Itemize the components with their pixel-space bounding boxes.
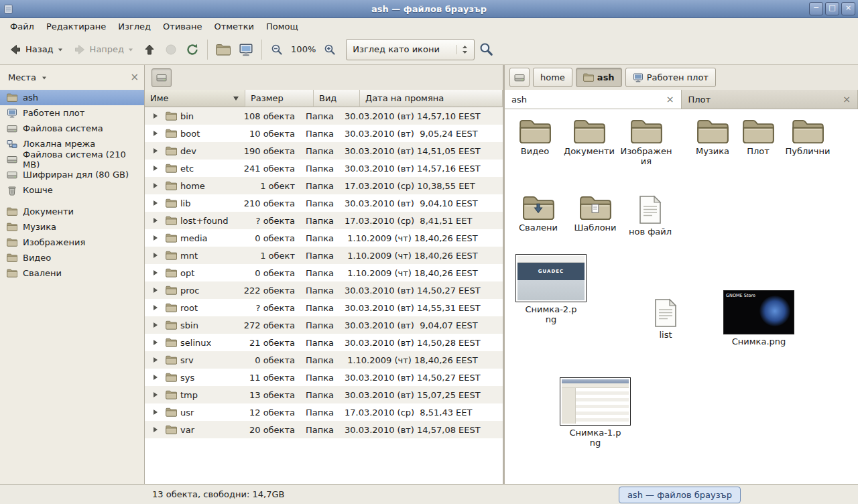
places-item-6[interactable]: Кошче <box>0 182 144 198</box>
icon-item-11[interactable]: GNOME StoreСнимка.png <box>722 290 796 347</box>
expander-icon[interactable] <box>149 340 162 345</box>
file-row-dev[interactable]: dev190 обектаПапка30.03.2010 (вт) 14,51,… <box>145 142 503 160</box>
view-mode-select[interactable]: Изглед като икони <box>346 39 475 60</box>
file-row-srv[interactable]: srv0 обектаПапка 1.10.2009 (чт) 18,40,26… <box>145 351 503 369</box>
expander-icon[interactable] <box>149 166 162 171</box>
column-header-type[interactable]: Вид <box>314 90 360 107</box>
expander-icon[interactable] <box>149 253 162 258</box>
icon-item-0[interactable]: Видео <box>510 119 560 157</box>
sidebar-mode-select[interactable]: Места <box>5 71 50 84</box>
file-row-root[interactable]: root? обектаПапка30.03.2010 (вт) 14,55,3… <box>145 299 503 316</box>
expander-icon[interactable] <box>149 113 162 119</box>
file-row-proc[interactable]: proc222 обектаПапка30.03.2010 (вт) 14,50… <box>145 281 503 299</box>
icon-item-12[interactable]: Снимка-1.png <box>560 377 631 448</box>
column-header-size[interactable]: Размер <box>245 90 314 107</box>
reload-button[interactable] <box>182 40 203 59</box>
expander-icon[interactable] <box>149 270 162 275</box>
expander-icon[interactable] <box>149 305 162 310</box>
forward-button[interactable]: Напред <box>68 40 139 59</box>
tab-plot[interactable]: Плот× <box>682 90 858 109</box>
places-item-0[interactable]: ash <box>0 90 144 105</box>
tab-ash[interactable]: ash× <box>505 90 682 109</box>
file-row-selinux[interactable]: selinux21 обектаПапка30.03.2010 (вт) 14,… <box>145 334 503 351</box>
column-header-date[interactable]: Дата на промяна <box>360 90 503 107</box>
file-row-lost+found[interactable]: lost+found? обектаПапка17.03.2010 (ср) 8… <box>145 212 503 229</box>
expander-icon[interactable] <box>149 375 162 380</box>
column-header-name[interactable]: Име <box>145 90 245 107</box>
places-item-1[interactable]: Работен плот <box>0 105 144 121</box>
expander-icon[interactable] <box>149 392 162 397</box>
places-item-4[interactable]: Файлова система (210 MB) <box>0 151 144 167</box>
titlebar[interactable]: ash — файлов браузър −□× <box>0 0 858 18</box>
menu-help[interactable]: Помощ <box>260 19 304 34</box>
breadcrumb-desktop[interactable]: Работен плот <box>625 68 716 87</box>
breadcrumb-filesystem[interactable] <box>509 68 530 87</box>
tab-close-icon[interactable]: × <box>666 94 674 104</box>
icon-item-2[interactable]: Изображения <box>617 119 675 166</box>
file-row-var[interactable]: var20 обектаПапка30.03.2010 (вт) 14,57,0… <box>145 421 503 438</box>
computer-button[interactable] <box>235 40 257 60</box>
icon-item-3[interactable]: Музика <box>688 119 737 157</box>
icon-item-1[interactable]: Документи <box>562 119 616 157</box>
icon-item-4[interactable]: Плот <box>737 119 780 157</box>
breadcrumb-ash[interactable]: ash <box>576 68 622 87</box>
places-item-12[interactable]: Свалени <box>0 265 144 281</box>
file-row-home[interactable]: home1 обектПапка17.03.2010 (ср) 10,38,55… <box>145 177 503 194</box>
expander-icon[interactable] <box>149 218 162 223</box>
places-item-9[interactable]: Музика <box>0 219 144 235</box>
file-row-opt[interactable]: opt0 обектаПапка 1.10.2009 (чт) 18,40,26… <box>145 264 503 281</box>
places-item-8[interactable]: Документи <box>0 204 144 219</box>
tab-close-icon[interactable]: × <box>843 94 851 104</box>
maximize-button[interactable]: □ <box>825 2 839 15</box>
file-row-bin[interactable]: bin108 обектаПапка30.03.2010 (вт) 14,57,… <box>145 107 503 125</box>
icon-item-7[interactable]: Шаблони <box>571 195 619 233</box>
home-button[interactable] <box>212 41 235 58</box>
breadcrumb-filesystem-button[interactable] <box>151 68 172 87</box>
expander-icon[interactable] <box>149 235 162 241</box>
expander-icon[interactable] <box>149 410 162 415</box>
expander-icon[interactable] <box>149 131 162 136</box>
file-row-etc[interactable]: etc241 обектаПапка30.03.2010 (вт) 14,57,… <box>145 160 503 177</box>
close-button[interactable]: × <box>841 2 855 15</box>
file-row-mnt[interactable]: mnt1 обектПапка 1.10.2009 (чт) 18,40,26 … <box>145 247 503 264</box>
menu-file[interactable]: Файл <box>4 19 40 34</box>
minimize-button[interactable]: − <box>809 2 823 15</box>
expander-icon[interactable] <box>149 200 162 206</box>
up-button[interactable] <box>139 40 160 59</box>
places-item-10[interactable]: Изображения <box>0 235 144 250</box>
expander-icon[interactable] <box>149 183 162 188</box>
places-item-2[interactable]: Файлова система <box>0 121 144 136</box>
zoom-in-button[interactable] <box>319 40 341 59</box>
file-row-media[interactable]: media0 обектаПапка 1.10.2009 (чт) 18,40,… <box>145 229 503 247</box>
menu-bookmarks[interactable]: Отметки <box>208 19 259 34</box>
expander-icon[interactable] <box>149 322 162 328</box>
expander-icon[interactable] <box>149 357 162 363</box>
file-row-sbin[interactable]: sbin272 обектаПапка30.03.2010 (вт) 9,04,… <box>145 316 503 334</box>
sidebar-close-icon[interactable]: × <box>130 72 139 82</box>
menu-go[interactable]: Отиване <box>157 19 208 34</box>
icon-item-6[interactable]: Свалени <box>514 195 562 233</box>
menu-view[interactable]: Изглед <box>112 19 157 34</box>
taskbar-window-button[interactable]: ash — файлов браузър <box>619 487 741 503</box>
search-button[interactable] <box>475 39 498 60</box>
file-row-boot[interactable]: boot10 обектаПапка30.03.2010 (вт) 9,05,2… <box>145 125 503 142</box>
file-row-sys[interactable]: sys11 обектаПапка30.03.2010 (вт) 14,50,2… <box>145 369 503 386</box>
stop-button[interactable] <box>160 40 182 59</box>
icon-item-8[interactable]: нов файл <box>625 195 676 237</box>
places-item-5[interactable]: Шифриран дял (80 GB) <box>0 167 144 182</box>
zoom-out-button[interactable] <box>266 40 288 59</box>
expander-icon[interactable] <box>149 288 162 293</box>
icon-item-5[interactable]: Публични <box>781 119 835 157</box>
icon-item-9[interactable]: GUADECСнимка-2.png <box>515 254 587 324</box>
file-row-tmp[interactable]: tmp13 обектаПапка30.03.2010 (вт) 15,07,2… <box>145 386 503 403</box>
icon-view[interactable]: Видео Документи Изображения Музика Плот … <box>505 109 858 484</box>
file-row-usr[interactable]: usr12 обектаПапка17.03.2010 (ср) 8,51,43… <box>145 403 503 421</box>
expander-icon[interactable] <box>149 148 162 153</box>
breadcrumb-home[interactable]: home <box>533 68 572 87</box>
file-row-lib[interactable]: lib210 обектаПапка30.03.2010 (вт) 9,04,1… <box>145 194 503 212</box>
expander-icon[interactable] <box>149 427 162 432</box>
menu-edit[interactable]: Редактиране <box>40 19 112 34</box>
icon-item-10[interactable]: list <box>640 298 691 340</box>
places-item-11[interactable]: Видео <box>0 250 144 265</box>
back-button[interactable]: Назад <box>4 40 68 59</box>
